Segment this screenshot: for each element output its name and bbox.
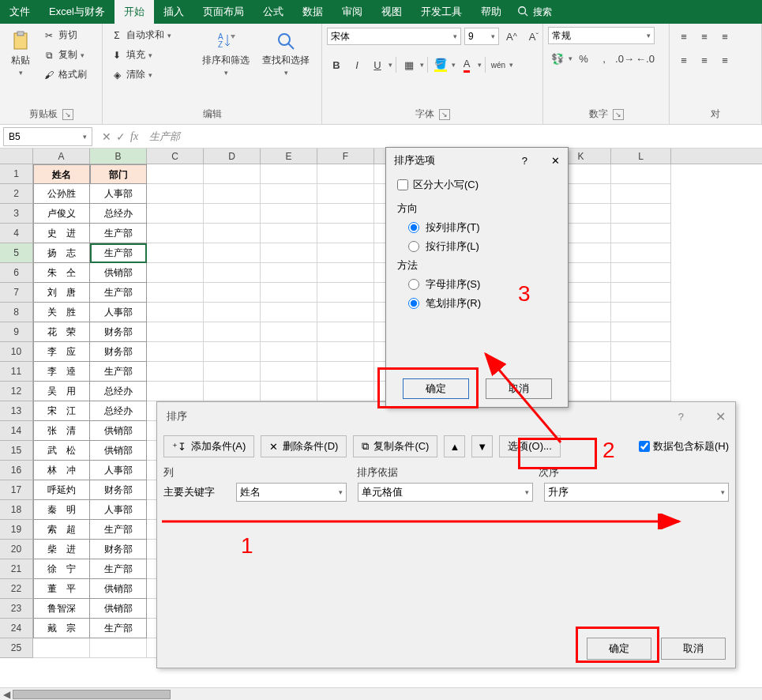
row-header-24[interactable]: 24 xyxy=(0,619,33,638)
cell-D7[interactable] xyxy=(204,283,261,303)
cell-B24[interactable]: 生产部 xyxy=(90,619,147,638)
fill-button[interactable]: ⬇填充▾ xyxy=(107,47,194,63)
cell-D8[interactable] xyxy=(204,303,261,322)
case-sensitive-checkbox[interactable]: 区分大小写(C) xyxy=(397,178,557,192)
col-header-A[interactable]: A xyxy=(33,149,90,164)
clipboard-dialog-launcher[interactable]: ↘ xyxy=(62,109,73,120)
cell-L8[interactable] xyxy=(611,303,671,322)
cell-L9[interactable] xyxy=(611,322,671,342)
menu-home[interactable]: 开始 xyxy=(114,0,154,24)
cell-E12[interactable] xyxy=(261,382,317,401)
cell-C10[interactable] xyxy=(147,342,204,362)
pinyin-input[interactable] xyxy=(408,279,419,290)
move-down-button[interactable]: ▼ xyxy=(471,435,493,457)
sort-basis-select[interactable]: 单元格值▾ xyxy=(358,483,533,502)
cell-B16[interactable]: 人事部 xyxy=(90,461,147,480)
row-header-8[interactable]: 8 xyxy=(0,303,33,322)
cell-F7[interactable] xyxy=(317,283,374,303)
cell-D11[interactable] xyxy=(204,362,261,382)
has-headers-input[interactable] xyxy=(639,441,650,452)
cell-A17[interactable]: 呼延灼 xyxy=(33,480,90,500)
cell-A13[interactable]: 宋 江 xyxy=(33,401,90,421)
menu-insert[interactable]: 插入 xyxy=(154,0,193,24)
font-dialog-launcher[interactable]: ↘ xyxy=(439,109,450,120)
has-headers-checkbox[interactable]: 数据包含标题(H) xyxy=(639,439,729,453)
cell-A23[interactable]: 鲁智深 xyxy=(33,599,90,619)
cell-F8[interactable] xyxy=(317,303,374,322)
cell-F2[interactable] xyxy=(317,184,374,204)
cell-C12[interactable] xyxy=(147,382,204,401)
cell-B23[interactable]: 供销部 xyxy=(90,599,147,619)
align-right-button[interactable]: ≡ xyxy=(715,51,734,70)
cell-B8[interactable]: 人事部 xyxy=(90,303,147,322)
cell-B17[interactable]: 财务部 xyxy=(90,480,147,500)
col-header-E[interactable]: E xyxy=(261,149,317,164)
cell-F6[interactable] xyxy=(317,263,374,283)
cell-F9[interactable] xyxy=(317,322,374,342)
row-header-4[interactable]: 4 xyxy=(0,224,33,243)
cell-B15[interactable]: 供销部 xyxy=(90,441,147,461)
by-row-radio[interactable]: 按行排序(L) xyxy=(408,239,557,254)
accounting-button[interactable]: 💱 xyxy=(548,49,567,68)
grow-font-button[interactable]: A^ xyxy=(502,27,521,46)
cell-E3[interactable] xyxy=(261,204,317,224)
row-header-14[interactable]: 14 xyxy=(0,421,33,441)
cell-A21[interactable]: 徐 宁 xyxy=(33,559,90,579)
cell-B6[interactable]: 供销部 xyxy=(90,263,147,283)
number-format-select[interactable]: 常规▾ xyxy=(548,27,655,44)
menu-review[interactable]: 审阅 xyxy=(332,0,372,24)
cell-A4[interactable]: 史 进 xyxy=(33,224,90,243)
sort-order-select[interactable]: 升序▾ xyxy=(544,483,729,502)
menu-developer[interactable]: 开发工具 xyxy=(411,0,471,24)
cell-B14[interactable]: 供销部 xyxy=(90,421,147,441)
cell-A25[interactable] xyxy=(33,638,90,658)
cell-C8[interactable] xyxy=(147,303,204,322)
scroll-left-icon[interactable]: ◀ xyxy=(0,689,13,700)
stroke-input[interactable] xyxy=(408,298,419,309)
cell-B12[interactable]: 总经办 xyxy=(90,382,147,401)
cell-A10[interactable]: 李 应 xyxy=(33,342,90,362)
cell-B9[interactable]: 财务部 xyxy=(90,322,147,342)
row-header-2[interactable]: 2 xyxy=(0,184,33,204)
cell-A16[interactable]: 林 冲 xyxy=(33,461,90,480)
cell-A15[interactable]: 武 松 xyxy=(33,441,90,461)
font-color-button[interactable]: A xyxy=(457,55,476,74)
stroke-radio[interactable]: 笔划排序(R) xyxy=(408,296,557,310)
by-column-input[interactable] xyxy=(408,222,419,233)
row-header-5[interactable]: 5 xyxy=(0,243,33,263)
cell-B19[interactable]: 生产部 xyxy=(90,520,147,540)
name-box[interactable]: B5▾ xyxy=(3,127,92,146)
row-header-6[interactable]: 6 xyxy=(0,263,33,283)
cell-F5[interactable] xyxy=(317,243,374,263)
cell-E4[interactable] xyxy=(261,224,317,243)
cell-F11[interactable] xyxy=(317,362,374,382)
col-header-D[interactable]: D xyxy=(204,149,261,164)
cell-B20[interactable]: 财务部 xyxy=(90,540,147,559)
menu-data[interactable]: 数据 xyxy=(293,0,332,24)
align-bottom-button[interactable]: ≡ xyxy=(715,27,734,46)
cell-A1[interactable]: 姓名 xyxy=(33,164,90,184)
cell-B21[interactable]: 生产部 xyxy=(90,559,147,579)
cell-D2[interactable] xyxy=(204,184,261,204)
cell-L12[interactable] xyxy=(611,382,671,401)
formula-input[interactable] xyxy=(145,127,762,146)
italic-button[interactable]: I xyxy=(347,55,366,74)
cell-B13[interactable]: 总经办 xyxy=(90,401,147,421)
cancel-formula-icon[interactable]: ✕ xyxy=(102,130,111,143)
cell-F12[interactable] xyxy=(317,382,374,401)
cell-L4[interactable] xyxy=(611,224,671,243)
fx-icon[interactable]: fx xyxy=(130,130,138,143)
row-header-9[interactable]: 9 xyxy=(0,322,33,342)
cell-F10[interactable] xyxy=(317,342,374,362)
menu-page-layout[interactable]: 页面布局 xyxy=(193,0,253,24)
menu-excel-finance[interactable]: Excel与财务 xyxy=(39,0,114,24)
cell-E9[interactable] xyxy=(261,322,317,342)
cell-A22[interactable]: 董 平 xyxy=(33,579,90,599)
row-header-3[interactable]: 3 xyxy=(0,204,33,224)
cell-E6[interactable] xyxy=(261,263,317,283)
cell-F1[interactable] xyxy=(317,164,374,184)
cell-A3[interactable]: 卢俊义 xyxy=(33,204,90,224)
format-painter-button[interactable]: 🖌格式刷 xyxy=(39,66,90,83)
cell-A12[interactable]: 吴 用 xyxy=(33,382,90,401)
row-header-25[interactable]: 25 xyxy=(0,638,33,658)
